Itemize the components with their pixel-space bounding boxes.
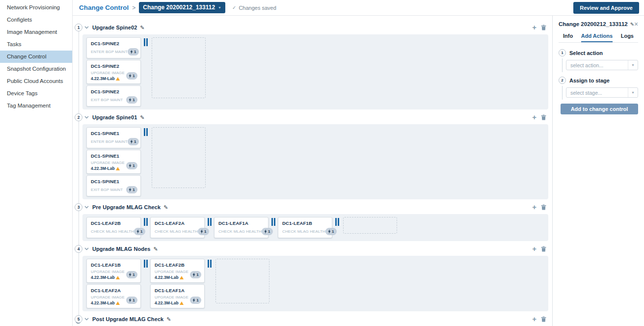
select-action-dropdown[interactable]: select action... ▼ — [566, 60, 638, 70]
sidebar-item-tasks[interactable]: Tasks — [0, 38, 72, 51]
card-body: EXIT BGP MAINT1 — [91, 96, 137, 104]
card-action-lines: ENTER BGP MAINT — [91, 139, 128, 144]
action-count-badge: 1 — [128, 48, 139, 55]
collapse-stage-control[interactable] — [84, 116, 89, 119]
stage-title: Post Upgrade MLAG Check — [92, 316, 163, 322]
card-action-lines: EXIT BGP MAINT — [91, 188, 123, 192]
action-card[interactable]: DC1-SPINE1ENTER BGP MAINT1 — [86, 127, 141, 148]
action-card[interactable]: DC1-SPINE1UPGRADE IMAGE4.22.3M-Lab1 — [86, 150, 141, 174]
breadcrumb-separator: > — [132, 4, 135, 11]
stage-body: DC1-SPINE1ENTER BGP MAINT1DC1-SPINE1UPGR… — [82, 124, 548, 199]
dropdown-placeholder: select action... — [570, 62, 628, 68]
select-stage-dropdown[interactable]: select stage... ▼ — [566, 87, 638, 98]
change-selector-badge[interactable]: Change 20200212_133112 ▼ — [139, 2, 225, 13]
review-and-approve-button[interactable]: Review and Approve — [573, 2, 639, 14]
collapse-stage-control[interactable] — [84, 26, 89, 29]
action-count-badge: 1 — [128, 138, 139, 145]
card-body: CHECK MLAG HEALTH1 — [155, 228, 201, 235]
action-count-badge: 1 — [190, 271, 201, 278]
delete-stage-icon[interactable] — [541, 114, 546, 120]
sidebar-item-network-provisioning[interactable]: Network Provisioning — [0, 1, 72, 14]
stage-dropzone[interactable] — [343, 217, 397, 234]
card-action-lines: CHECK MLAG HEALTH — [282, 229, 325, 234]
card-device-name: DC1-LEAF2A — [155, 220, 201, 226]
delete-stage-icon[interactable] — [541, 204, 546, 210]
lightning-icon — [129, 272, 132, 277]
delete-stage-icon[interactable] — [541, 316, 546, 322]
card-action-label: CHECK MLAG HEALTH — [91, 229, 134, 234]
series-connector-icon — [144, 260, 148, 268]
sidebar-item-image-management[interactable]: Image Management — [0, 26, 72, 38]
tab-add-actions[interactable]: Add Actions — [581, 33, 613, 42]
action-card[interactable]: DC1-LEAF2BUPGRADE IMAGE4.22.3M-Lab1 — [150, 259, 205, 283]
action-card[interactable]: DC1-SPINE1EXIT BGP MAINT1 — [86, 175, 141, 196]
stage-header: 1Upgrade Spine02✎+ — [75, 24, 548, 31]
stage-dropzone[interactable] — [215, 259, 269, 303]
action-card[interactable]: DC1-LEAF2BCHECK MLAG HEALTH1 — [86, 217, 141, 238]
step-number: 2 — [559, 77, 566, 84]
card-action-label: CHECK MLAG HEALTH — [282, 229, 325, 234]
action-count-badge: 1 — [126, 186, 137, 193]
edit-stage-icon[interactable]: ✎ — [163, 205, 168, 210]
breadcrumb[interactable]: Change Control — [79, 4, 129, 11]
add-substage-icon[interactable]: + — [532, 245, 537, 252]
action-card[interactable]: DC1-LEAF2AUPGRADE IMAGE4.22.3M-Lab1 — [86, 284, 141, 308]
action-card[interactable]: DC1-LEAF1ACHECK MLAG HEALTH1 — [214, 217, 268, 238]
card-action-label: CHECK MLAG HEALTH — [218, 229, 262, 234]
stage-body: DC1-LEAF2BCHECK MLAG HEALTH1DC1-LEAF2ACH… — [82, 214, 548, 241]
stage-4: 4Upgrade MLAG Nodes✎+DC1-LEAF1BUPGRADE I… — [75, 245, 548, 311]
connector-bar — [144, 218, 145, 226]
action-card[interactable]: DC1-LEAF1BUPGRADE IMAGE4.22.3M-Lab1 — [86, 259, 141, 283]
card-device-name: DC1-LEAF1A — [218, 220, 265, 226]
warning-icon — [116, 167, 120, 170]
action-card[interactable]: DC1-LEAF1AUPGRADE IMAGE4.22.3M-Lab1 — [150, 284, 205, 308]
card-action-lines: UPGRADE IMAGE4.22.3M-Lab — [155, 295, 188, 305]
sidebar-item-configlets[interactable]: Configlets — [0, 14, 72, 26]
card-device-name: DC1-LEAF2A — [91, 288, 137, 293]
sidebar-item-change-control[interactable]: Change Control — [0, 51, 72, 63]
stage-3: 3Pre Upgrade MLAG Check✎+DC1-LEAF2BCHECK… — [75, 203, 548, 241]
collapse-stage-control[interactable] — [84, 206, 89, 209]
collapse-stage-control[interactable] — [84, 318, 89, 321]
sidebar-item-snapshot-configuration[interactable]: Snapshot Configuration — [0, 63, 72, 75]
delete-stage-icon[interactable] — [541, 25, 546, 30]
lightning-icon — [130, 139, 133, 144]
edit-stage-icon[interactable]: ✎ — [140, 25, 144, 30]
stage-number: 2 — [75, 113, 82, 121]
close-icon[interactable]: × — [634, 22, 638, 27]
lightning-icon — [264, 229, 267, 234]
action-card[interactable]: DC1-SPINE2ENTER BGP MAINT1 — [86, 37, 141, 58]
action-card[interactable]: DC1-LEAF2ACHECK MLAG HEALTH1 — [150, 217, 205, 238]
tab-info[interactable]: Info — [563, 33, 573, 42]
sidebar-item-device-tags[interactable]: Device Tags — [0, 87, 72, 100]
lightning-icon — [200, 229, 203, 234]
collapse-stage-control[interactable] — [84, 247, 89, 250]
sidebar-item-tag-management[interactable]: Tag Management — [0, 100, 72, 112]
chevron-down-icon — [84, 26, 89, 29]
tab-logs[interactable]: Logs — [621, 33, 634, 42]
series-connector-icon — [144, 128, 148, 136]
stage-number: 1 — [75, 24, 82, 31]
edit-stage-icon[interactable]: ✎ — [166, 317, 171, 322]
action-card[interactable]: DC1-SPINE2UPGRADE IMAGE4.22.3M-Lab1 — [86, 60, 141, 84]
edit-stage-icon[interactable]: ✎ — [140, 115, 144, 120]
panel-title: Change 20200212_133112 — [559, 21, 628, 27]
stage-dropzone[interactable] — [152, 127, 206, 188]
add-substage-icon[interactable]: + — [532, 114, 537, 121]
edit-stage-icon[interactable]: ✎ — [154, 246, 158, 252]
add-to-change-control-button[interactable]: Add to change control — [561, 104, 638, 114]
action-card[interactable]: DC1-LEAF1BCHECK MLAG HEALTH1 — [278, 217, 332, 238]
stage-dropzone[interactable] — [152, 37, 206, 98]
add-substage-icon[interactable]: + — [532, 24, 537, 31]
delete-stage-icon[interactable] — [541, 246, 546, 252]
step-label: Assign to stage — [569, 78, 610, 83]
card-device-name: DC1-SPINE2 — [91, 89, 137, 94]
action-card[interactable]: DC1-SPINE2EXIT BGP MAINT1 — [86, 85, 141, 107]
edit-change-name-icon[interactable]: ✎ — [630, 22, 634, 27]
card-device-name: DC1-LEAF2B — [155, 262, 201, 268]
stage-title: Upgrade Spine01 — [92, 114, 137, 120]
add-substage-icon[interactable]: + — [532, 316, 537, 323]
action-count-badge: 1 — [262, 228, 273, 235]
add-substage-icon[interactable]: + — [532, 204, 537, 211]
sidebar-item-public-cloud-accounts[interactable]: Public Cloud Accounts — [0, 75, 72, 87]
